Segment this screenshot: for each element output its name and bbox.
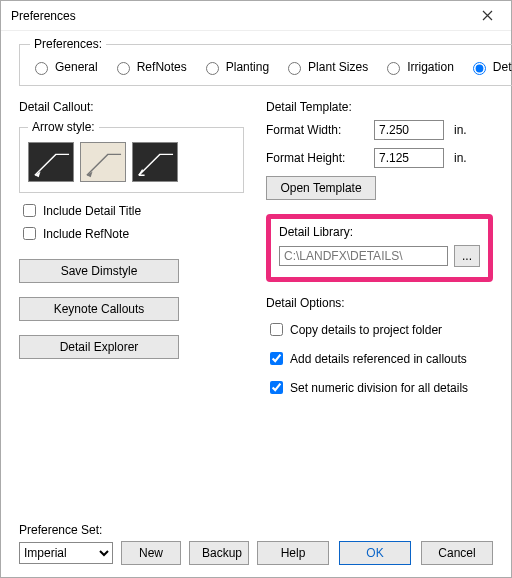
detail-options-group: Detail Options: Copy details to project … [266, 296, 493, 397]
arrow-style-legend: Arrow style: [28, 120, 99, 134]
help-button[interactable]: Help [257, 541, 329, 565]
cancel-button[interactable]: Cancel [421, 541, 493, 565]
detail-library-label: Detail Library: [279, 225, 480, 239]
browse-button[interactable]: ... [454, 245, 480, 267]
tab-planting[interactable]: Planting [201, 59, 269, 75]
detail-explorer-button[interactable]: Detail Explorer [19, 335, 179, 359]
include-detail-title[interactable]: Include Detail Title [19, 201, 244, 220]
preferences-tabs: Preferences: General RefNotes Planting P… [19, 37, 512, 86]
copy-details-checkbox[interactable]: Copy details to project folder [266, 320, 493, 339]
preferences-legend: Preferences: [30, 37, 106, 51]
unit-in-1: in. [454, 123, 467, 137]
detail-library-highlight: Detail Library: ... [266, 214, 493, 282]
ok-button[interactable]: OK [339, 541, 411, 565]
tab-details[interactable]: Details [468, 59, 512, 75]
close-icon[interactable] [469, 4, 505, 28]
save-dimstyle-button[interactable]: Save Dimstyle [19, 259, 179, 283]
keynote-callouts-button[interactable]: Keynote Callouts [19, 297, 179, 321]
tab-refnotes[interactable]: RefNotes [112, 59, 187, 75]
format-height-label: Format Height: [266, 151, 366, 165]
arrow-style-1[interactable] [28, 142, 74, 182]
arrow-style-group: Arrow style: [19, 120, 244, 193]
content-area: Preferences: General RefNotes Planting P… [1, 31, 511, 577]
open-template-button[interactable]: Open Template [266, 176, 376, 200]
arrow-style-3[interactable] [132, 142, 178, 182]
preference-set-select[interactable]: Imperial [19, 542, 113, 564]
window-title: Preferences [11, 9, 76, 23]
right-column: Detail Template: Format Width: in. Forma… [266, 96, 493, 397]
detail-library-path[interactable] [279, 246, 448, 266]
tab-irrigation[interactable]: Irrigation [382, 59, 454, 75]
format-width-row: Format Width: in. [266, 120, 493, 140]
detail-options-label: Detail Options: [266, 296, 493, 310]
format-width-label: Format Width: [266, 123, 366, 137]
preferences-window: Preferences Preferences: General RefNote… [0, 0, 512, 578]
format-width-input[interactable] [374, 120, 444, 140]
format-height-input[interactable] [374, 148, 444, 168]
backup-button[interactable]: Backup [189, 541, 249, 565]
tab-plant-sizes[interactable]: Plant Sizes [283, 59, 368, 75]
titlebar: Preferences [1, 1, 511, 31]
new-button[interactable]: New [121, 541, 181, 565]
add-details-checkbox[interactable]: Add details referenced in callouts [266, 349, 493, 368]
detail-callout-label: Detail Callout: [19, 100, 244, 114]
left-column: Detail Callout: Arrow style: [19, 96, 244, 359]
unit-in-2: in. [454, 151, 467, 165]
set-numeric-checkbox[interactable]: Set numeric division for all details [266, 378, 493, 397]
footer: Preference Set: Imperial New Backup Help… [19, 523, 493, 565]
detail-template-label: Detail Template: [266, 100, 493, 114]
format-height-row: Format Height: in. [266, 148, 493, 168]
include-refnote[interactable]: Include RefNote [19, 224, 244, 243]
preference-set-label: Preference Set: [19, 523, 493, 537]
arrow-style-2[interactable] [80, 142, 126, 182]
tab-general[interactable]: General [30, 59, 98, 75]
